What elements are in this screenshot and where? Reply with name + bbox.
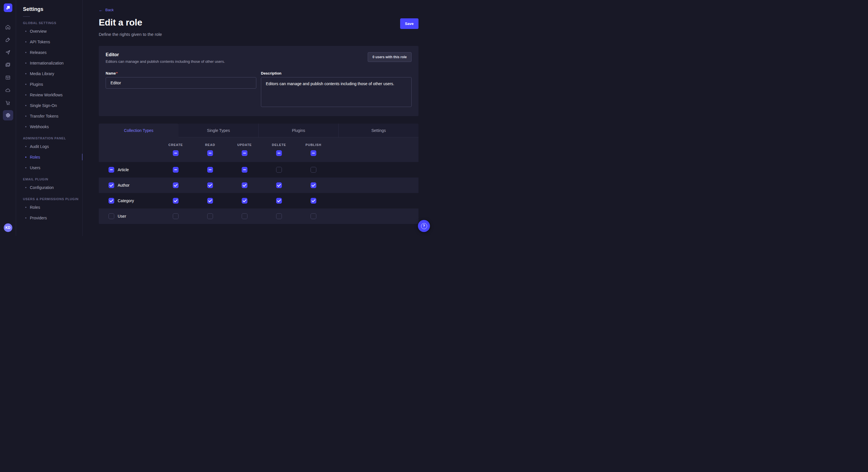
sidebar-item-releases[interactable]: Releases — [16, 47, 82, 58]
category-read-checkbox[interactable] — [207, 198, 213, 204]
author-create-checkbox[interactable] — [173, 182, 179, 188]
sidebar-item-plugins[interactable]: Plugins — [16, 79, 82, 90]
select-all-publish-checkbox[interactable] — [311, 150, 316, 156]
sidebar-item-review-workflows[interactable]: Review Workflows — [16, 90, 82, 100]
content-manager-icon — [5, 37, 11, 42]
releases-icon — [5, 49, 11, 55]
user-create-checkbox[interactable] — [173, 213, 179, 219]
save-button[interactable]: Save — [400, 19, 418, 29]
sidebar-item-webhooks[interactable]: Webhooks — [16, 121, 82, 132]
article-update-checkbox[interactable] — [242, 167, 247, 173]
nav-item-media-library[interactable] — [3, 60, 13, 70]
sidebar-item-label: Review Workflows — [30, 93, 63, 97]
row-label-cell: Author — [99, 182, 158, 188]
section-label: Global settings — [23, 21, 82, 25]
nav-item-cloud[interactable] — [3, 85, 13, 95]
row-select-checkbox[interactable] — [108, 198, 114, 204]
nav-item-releases[interactable] — [3, 47, 13, 57]
nav-item-settings[interactable] — [3, 110, 13, 121]
tab-single-types[interactable]: Single Types — [179, 124, 258, 137]
row-select-checkbox[interactable] — [108, 213, 114, 219]
bullet-icon — [25, 157, 26, 158]
sidebar-item-users[interactable]: Users — [16, 162, 82, 173]
bullet-icon — [25, 63, 26, 64]
sidebar-item-single-sign-on[interactable]: Single Sign-On — [16, 100, 82, 111]
sidebar-item-label: Users — [30, 165, 40, 170]
table-row-user: User — [99, 208, 418, 224]
category-create-checkbox[interactable] — [173, 198, 179, 204]
bullet-icon — [25, 126, 26, 127]
media-library-icon — [5, 62, 11, 68]
user-read-checkbox[interactable] — [207, 213, 213, 219]
sidebar-item-up-roles[interactable]: Roles — [16, 202, 82, 212]
users-with-role-button[interactable]: 0 users with this role — [368, 52, 412, 62]
author-delete-checkbox[interactable] — [276, 182, 282, 188]
author-publish-checkbox[interactable] — [311, 182, 316, 188]
column-label: Read — [205, 143, 215, 146]
sidebar-item-overview[interactable]: Overview — [16, 26, 82, 36]
column-read: Read — [193, 137, 227, 156]
help-button[interactable]: ? — [418, 220, 430, 232]
user-update-checkbox[interactable] — [242, 213, 247, 219]
category-delete-checkbox[interactable] — [276, 198, 282, 204]
tab-plugins[interactable]: Plugins — [258, 124, 338, 137]
sidebar-item-label: Releases — [30, 50, 46, 55]
nav-item-marketplace[interactable] — [3, 98, 13, 108]
back-link[interactable]: ← Back — [99, 8, 114, 12]
article-read-checkbox[interactable] — [207, 167, 213, 173]
user-avatar[interactable]: KD — [4, 224, 12, 232]
sidebar-item-audit-logs[interactable]: Audit Logs — [16, 141, 82, 152]
marketplace-cart-icon — [5, 100, 11, 105]
nav-item-home[interactable] — [3, 22, 13, 32]
column-label: Create — [168, 143, 183, 146]
permissions-tabs: Collection Types Single Types Plugins Se… — [99, 124, 418, 137]
sidebar-item-media-library[interactable]: Media Library — [16, 68, 82, 79]
author-read-checkbox[interactable] — [207, 182, 213, 188]
main-content: ← Back Edit a role Save Define the right… — [83, 0, 434, 236]
strapi-logo[interactable] — [4, 3, 12, 12]
sidebar-item-internationalization[interactable]: Internationalization — [16, 58, 82, 68]
name-input[interactable] — [105, 77, 256, 89]
sidebar-item-up-providers[interactable]: Providers — [16, 212, 82, 223]
select-all-create-checkbox[interactable] — [173, 150, 179, 156]
nav-rail: KD — [0, 0, 16, 236]
nav-item-content-type-builder[interactable] — [3, 72, 13, 82]
tab-collection-types[interactable]: Collection Types — [99, 124, 179, 137]
sidebar-item-transfer-tokens[interactable]: Transfer Tokens — [16, 111, 82, 121]
sidebar-item-label: Plugins — [30, 82, 43, 87]
section-global-settings: Global settings Overview API Tokens Rele… — [16, 21, 82, 132]
sidebar-item-label: Configuration — [30, 185, 54, 190]
sidebar-item-label: Media Library — [30, 71, 54, 76]
user-delete-checkbox[interactable] — [276, 213, 282, 219]
section-administration-panel: Administration panel Audit Logs Roles Us… — [16, 136, 82, 173]
select-all-delete-checkbox[interactable] — [276, 150, 282, 156]
tab-settings[interactable]: Settings — [338, 124, 418, 137]
sidebar-item-configuration[interactable]: Configuration — [16, 182, 82, 193]
sidebar-item-api-tokens[interactable]: API Tokens — [16, 36, 82, 47]
bullet-icon — [25, 41, 26, 42]
bullet-icon — [25, 187, 26, 188]
article-publish-checkbox[interactable] — [311, 167, 316, 173]
sidebar-item-label: Providers — [30, 216, 47, 220]
content-type-builder-icon — [5, 75, 11, 80]
column-publish: Publish — [296, 137, 331, 156]
nav-item-content-manager[interactable] — [3, 34, 13, 45]
category-update-checkbox[interactable] — [242, 198, 247, 204]
article-create-checkbox[interactable] — [173, 167, 179, 173]
category-publish-checkbox[interactable] — [311, 198, 316, 204]
article-delete-checkbox[interactable] — [276, 167, 282, 173]
row-select-checkbox[interactable] — [108, 167, 114, 173]
bullet-icon — [25, 84, 26, 85]
settings-sidebar: Settings Global settings Overview API To… — [16, 0, 83, 236]
select-all-read-checkbox[interactable] — [207, 150, 213, 156]
description-field-group: Description Editors can manage and publi… — [261, 71, 412, 108]
row-select-checkbox[interactable] — [108, 182, 114, 188]
permissions-header-row: Create Read Update Delete — [99, 137, 418, 162]
sidebar-item-roles[interactable]: Roles — [16, 152, 82, 162]
section-label: Email plugin — [23, 177, 82, 181]
sidebar-item-label: Roles — [30, 155, 40, 160]
author-update-checkbox[interactable] — [242, 182, 247, 188]
select-all-update-checkbox[interactable] — [242, 150, 247, 156]
description-textarea[interactable]: Editors can manage and publish contents … — [261, 77, 412, 107]
user-publish-checkbox[interactable] — [311, 213, 316, 219]
